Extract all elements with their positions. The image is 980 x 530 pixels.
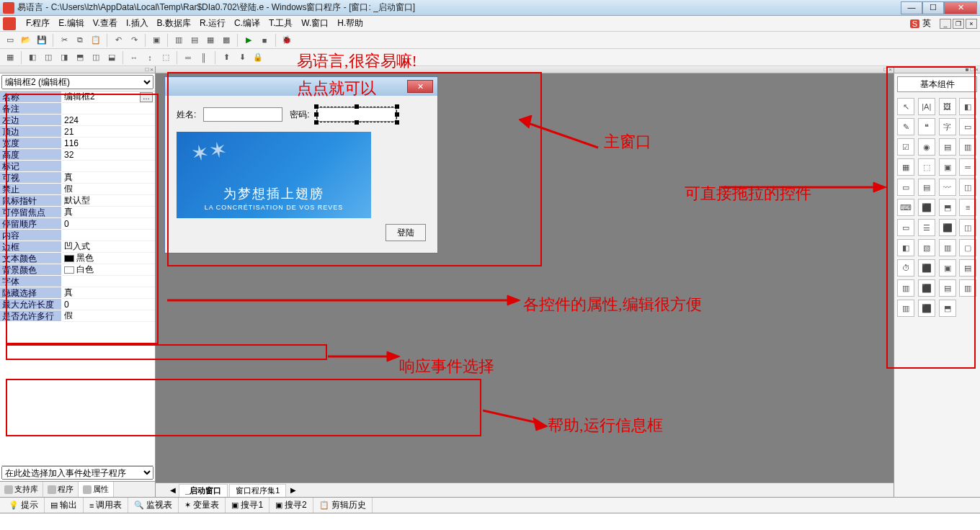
form-icon[interactable]: ▣	[149, 33, 164, 48]
toolbox-item[interactable]: ▥	[959, 279, 976, 297]
layout2-icon[interactable]: ▤	[187, 33, 202, 48]
align-right-icon[interactable]: ◨	[57, 50, 71, 65]
property-value[interactable]: 黑色	[62, 253, 155, 264]
username-input[interactable]	[203, 107, 282, 122]
property-row[interactable]: 字体	[0, 276, 155, 287]
toolbox-item[interactable]: ☑	[897, 138, 914, 156]
toolbox-item[interactable]: ▥	[939, 239, 956, 256]
new-icon[interactable]: ▭	[3, 33, 17, 48]
toolbox-item[interactable]: ⬒	[939, 199, 956, 216]
stop-icon[interactable]: ■	[257, 33, 272, 48]
minimize-button[interactable]: —	[901, 1, 922, 14]
toolbox-item[interactable]: ❝	[918, 118, 935, 135]
same-height-icon[interactable]: ↕	[143, 50, 157, 65]
toolbox-item[interactable]: ⌨	[897, 199, 914, 216]
property-value[interactable]: 真	[62, 287, 155, 299]
toolbox-item[interactable]: 字	[939, 118, 956, 135]
property-value[interactable]: 白色	[62, 264, 155, 276]
panel-pin-icon[interactable]: □	[145, 66, 148, 73]
layout4-icon[interactable]: ▩	[219, 33, 233, 48]
toolbox-item[interactable]: ═	[959, 158, 976, 176]
front-icon[interactable]: ⬆	[219, 50, 233, 65]
toolbox-item[interactable]: ⬛	[918, 279, 935, 297]
property-row[interactable]: 高度32	[0, 149, 155, 161]
toolbox-item[interactable]: ▤	[939, 138, 956, 156]
tab-program[interactable]: 程序	[43, 482, 79, 497]
menu-insert[interactable]: I.插入	[122, 16, 153, 31]
property-row[interactable]: 左边224	[0, 114, 155, 126]
menu-program[interactable]: F.程序	[22, 16, 54, 31]
canvas-close-icon[interactable]: ×	[888, 66, 892, 73]
save-icon[interactable]: 💾	[35, 33, 49, 48]
paste-icon[interactable]: 📋	[89, 33, 103, 48]
tab-nav-next-icon[interactable]: ▶	[290, 486, 296, 494]
property-value[interactable]: 真	[62, 207, 155, 218]
password-input[interactable]	[317, 107, 396, 122]
tab-search2[interactable]: ▣搜寻2	[270, 498, 313, 513]
toolbox-item[interactable]: ▤	[959, 259, 976, 277]
tab-support-lib[interactable]: 支持库	[0, 482, 43, 497]
property-row[interactable]: 备注	[0, 103, 155, 114]
property-grid[interactable]: 名称编辑框2…备注左边224顶边21宽度116高度32标记可视真禁止假鼠标指针默…	[0, 91, 155, 464]
design-canvas[interactable]: □× ✕ 姓名: 密码:	[156, 66, 894, 497]
toolbox-item[interactable]: ▣	[939, 158, 956, 176]
panel-close-icon[interactable]: ×	[150, 66, 153, 73]
toolbox-item[interactable]: ⬛	[939, 219, 956, 236]
dialog-close-button[interactable]: ✕	[407, 80, 433, 93]
property-value[interactable]: 假	[62, 310, 155, 322]
toolbox-item[interactable]: ⬛	[918, 199, 935, 216]
property-row[interactable]: 可视真	[0, 172, 155, 184]
tab-startup-window[interactable]: _启动窗口	[179, 484, 228, 497]
property-value[interactable]: 真	[62, 172, 155, 184]
mdi-close-button[interactable]: ×	[966, 19, 977, 29]
align-bottom-icon[interactable]: ⬓	[104, 50, 119, 65]
toolbox-item[interactable]: ▭	[897, 219, 914, 236]
toolbox-item[interactable]: ▧	[918, 239, 935, 256]
toolbox-item[interactable]: ⏱	[897, 259, 914, 277]
maximize-button[interactable]: ☐	[922, 1, 944, 14]
property-row[interactable]: 最大允许长度0	[0, 299, 155, 310]
property-value[interactable]	[62, 230, 155, 241]
ime-mode[interactable]: 英	[922, 17, 931, 30]
tab-search1[interactable]: ▣搜寻1	[226, 498, 270, 513]
toolbox-item[interactable]: ✎	[897, 118, 914, 135]
cut-icon[interactable]: ✂	[57, 33, 71, 48]
align-top-icon[interactable]: ⬒	[73, 50, 87, 65]
tab-window-set[interactable]: 窗口程序集1	[229, 484, 286, 497]
property-value[interactable]: 116	[62, 138, 155, 149]
toolbox-item[interactable]: ⬛	[918, 259, 935, 277]
same-size-icon[interactable]: ⬚	[159, 50, 173, 65]
toolbox-item[interactable]: ▥	[959, 138, 976, 156]
toolbox-item[interactable]: ▭	[959, 118, 976, 135]
lock-icon[interactable]: 🔒	[251, 50, 265, 65]
toolbox-item[interactable]: ≡	[959, 199, 976, 216]
property-value[interactable]: 假	[62, 184, 155, 195]
menu-view[interactable]: V.查看	[89, 16, 122, 31]
open-icon[interactable]: 📂	[19, 33, 33, 48]
toolbox-item[interactable]: 〰	[939, 179, 956, 196]
toolbox-item[interactable]: ⬒	[939, 300, 956, 317]
layout1-icon[interactable]: ▥	[172, 33, 186, 48]
canvas-pin-icon[interactable]: □	[883, 66, 887, 73]
property-value[interactable]: 0	[62, 299, 155, 310]
property-value[interactable]	[62, 161, 155, 172]
run-icon[interactable]: ▶	[241, 33, 256, 48]
dialog-titlebar[interactable]: ✕	[165, 77, 437, 96]
toolbox-item[interactable]: ▭	[897, 179, 914, 196]
align-center-icon[interactable]: ◫	[41, 50, 55, 65]
back-icon[interactable]: ⬇	[235, 50, 249, 65]
mdi-restore-button[interactable]: ❐	[953, 19, 964, 29]
tab-output[interactable]: ▤输出	[45, 498, 84, 513]
property-value[interactable]	[62, 276, 155, 287]
toolbox-item[interactable]: ▣	[939, 259, 956, 277]
close-button[interactable]: ✕	[944, 1, 977, 14]
toolbox-item[interactable]: ☰	[918, 219, 935, 236]
redo-icon[interactable]: ↷	[127, 33, 141, 48]
tab-variables[interactable]: ✶变量表	[179, 498, 226, 513]
menu-window[interactable]: W.窗口	[297, 16, 333, 31]
toolbox-item[interactable]: ◧	[959, 98, 976, 115]
toolbox-item[interactable]: ▦	[897, 158, 914, 176]
toolbox-item[interactable]: |A|	[918, 98, 935, 115]
align-middle-icon[interactable]: ◫	[89, 50, 103, 65]
property-row[interactable]: 内容	[0, 230, 155, 241]
